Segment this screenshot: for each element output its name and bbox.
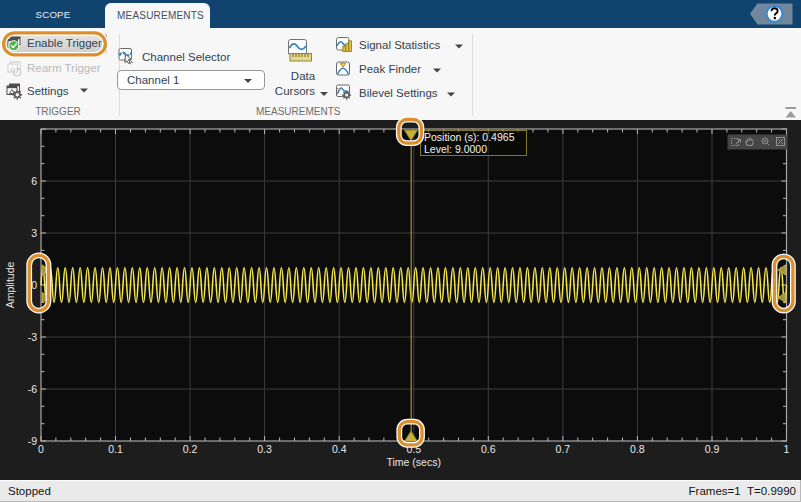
- svg-text:Time (secs): Time (secs): [386, 456, 440, 468]
- svg-text:Amplitude: Amplitude: [4, 262, 16, 309]
- svg-text:-3: -3: [28, 331, 37, 343]
- svg-text:-9: -9: [28, 435, 37, 447]
- svg-text:0.3: 0.3: [257, 443, 272, 455]
- svg-text:0.4: 0.4: [332, 443, 347, 455]
- svg-text:0.8: 0.8: [630, 443, 645, 455]
- svg-text:1: 1: [784, 443, 790, 455]
- svg-text:0.9: 0.9: [705, 443, 720, 455]
- svg-text:Level: 9.0000: Level: 9.0000: [424, 143, 487, 155]
- svg-text:0.7: 0.7: [556, 443, 571, 455]
- svg-text:Position (s): 0.4965: Position (s): 0.4965: [424, 131, 515, 143]
- svg-text:6: 6: [31, 175, 37, 187]
- svg-text:3: 3: [31, 227, 37, 239]
- svg-text:0.1: 0.1: [108, 443, 123, 455]
- svg-text:0.2: 0.2: [183, 443, 198, 455]
- svg-text:0.5: 0.5: [406, 443, 421, 455]
- svg-text:-6: -6: [28, 383, 37, 395]
- svg-text:0: 0: [38, 443, 44, 455]
- svg-text:0: 0: [31, 279, 37, 291]
- svg-text:0.6: 0.6: [481, 443, 496, 455]
